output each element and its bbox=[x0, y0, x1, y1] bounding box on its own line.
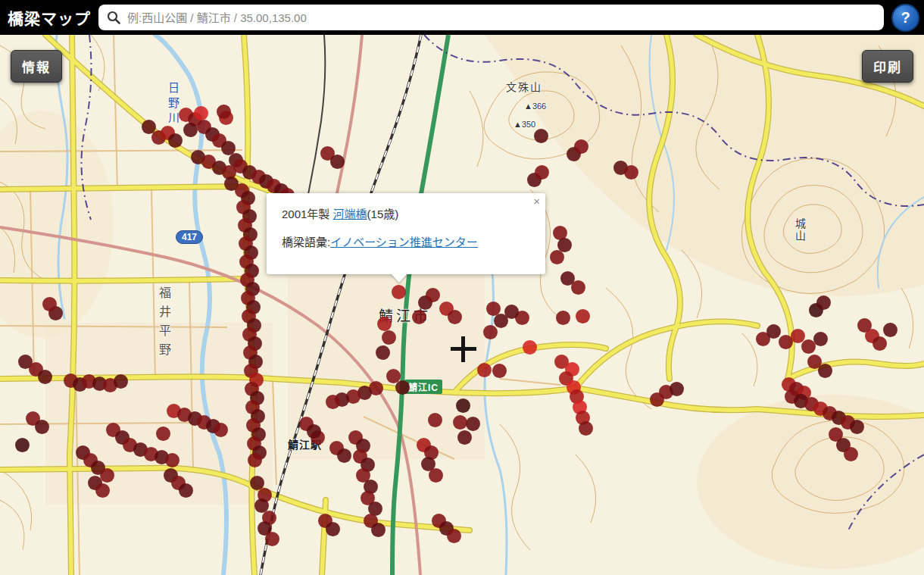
bridge-marker[interactable] bbox=[816, 295, 831, 310]
bridge-marker[interactable] bbox=[872, 336, 887, 351]
bridge-marker[interactable] bbox=[214, 423, 228, 437]
bridge-marker[interactable] bbox=[477, 363, 492, 377]
bridge-marker[interactable] bbox=[382, 330, 396, 345]
bridge-marker[interactable] bbox=[571, 280, 585, 295]
bridge-marker[interactable] bbox=[42, 297, 57, 311]
bridge-marker[interactable] bbox=[248, 453, 262, 467]
bridge-marker[interactable] bbox=[38, 370, 52, 384]
bridge-year-text: 2001年製 bbox=[282, 208, 333, 220]
bridge-marker[interactable] bbox=[412, 310, 426, 324]
bridge-marker[interactable] bbox=[114, 374, 128, 389]
bridge-marker[interactable] bbox=[850, 420, 864, 434]
header: 橋梁マップ ? bbox=[0, 0, 924, 35]
bridge-marker[interactable] bbox=[844, 447, 858, 461]
bridge-marker[interactable] bbox=[534, 129, 548, 143]
bridge-marker[interactable] bbox=[194, 106, 208, 120]
popup-tail bbox=[391, 273, 407, 283]
bridge-age-text: (15歳) bbox=[367, 208, 399, 220]
bridge-marker[interactable] bbox=[447, 529, 461, 543]
vocab-link[interactable]: イノベーション推進センター bbox=[330, 236, 478, 248]
bridge-marker[interactable] bbox=[326, 522, 340, 536]
bridge-marker[interactable] bbox=[377, 317, 392, 331]
bridge-name-link[interactable]: 河端橋 bbox=[333, 208, 367, 220]
map-canvas[interactable]: 日野川文殊山▲366▲350城山福井平野鯖江市鯖江IC鯖江駅417 × 2001… bbox=[0, 35, 924, 575]
bridge-marker[interactable] bbox=[523, 340, 537, 355]
bridge-marker[interactable] bbox=[448, 310, 462, 324]
info-button[interactable]: 情報 bbox=[11, 50, 62, 83]
bridge-marker[interactable] bbox=[395, 380, 410, 395]
bridge-marker[interactable] bbox=[670, 382, 684, 396]
bridge-marker[interactable] bbox=[428, 413, 442, 427]
bridge-marker[interactable] bbox=[576, 309, 590, 323]
bridge-vocab-line: 橋梁語彙:イノベーション推進センター bbox=[282, 235, 530, 250]
bridge-marker[interactable] bbox=[426, 288, 440, 302]
bridge-marker[interactable] bbox=[265, 532, 279, 546]
bridge-marker[interactable] bbox=[650, 392, 664, 407]
bridge-marker[interactable] bbox=[156, 427, 170, 441]
bridge-marker[interactable] bbox=[466, 417, 480, 431]
app-title: 橋梁マップ bbox=[5, 6, 91, 29]
bridge-marker[interactable] bbox=[376, 345, 390, 360]
bridge-marker[interactable] bbox=[624, 165, 638, 180]
bridge-marker[interactable] bbox=[818, 364, 832, 378]
bridge-marker[interactable] bbox=[217, 105, 231, 119]
bridge-marker[interactable] bbox=[766, 324, 781, 339]
bridge-marker[interactable] bbox=[456, 398, 470, 413]
bridge-marker[interactable] bbox=[307, 424, 321, 439]
bridge-marker[interactable] bbox=[183, 123, 198, 137]
bridge-marker[interactable] bbox=[337, 448, 351, 463]
bridge-marker[interactable] bbox=[168, 133, 183, 148]
bridge-marker[interactable] bbox=[813, 332, 828, 346]
bridge-marker[interactable] bbox=[457, 430, 472, 445]
bridge-marker[interactable] bbox=[35, 420, 49, 434]
marker-layer bbox=[0, 35, 924, 575]
bridge-marker[interactable] bbox=[556, 311, 570, 325]
bridge-marker[interactable] bbox=[371, 523, 386, 537]
bridge-marker[interactable] bbox=[100, 468, 114, 483]
help-button[interactable]: ? bbox=[891, 4, 919, 32]
bridge-marker[interactable] bbox=[392, 285, 406, 299]
bridge-marker[interactable] bbox=[483, 325, 498, 339]
bridge-marker[interactable] bbox=[492, 364, 507, 378]
bridge-marker[interactable] bbox=[504, 305, 519, 319]
bridge-marker[interactable] bbox=[574, 139, 588, 154]
bridge-marker[interactable] bbox=[95, 483, 110, 498]
close-icon[interactable]: × bbox=[533, 195, 540, 208]
bridge-marker[interactable] bbox=[550, 250, 564, 264]
search-icon bbox=[106, 10, 121, 25]
bridge-marker[interactable] bbox=[453, 415, 467, 430]
vocab-label: 橋梁語彙: bbox=[282, 236, 330, 248]
bridge-info-line: 2001年製 河端橋(15歳) bbox=[282, 207, 530, 222]
search-box[interactable] bbox=[98, 5, 884, 30]
bridge-marker[interactable] bbox=[330, 155, 345, 169]
bridge-marker[interactable] bbox=[179, 483, 193, 498]
bridge-marker[interactable] bbox=[535, 165, 549, 180]
bridge-map-app: 橋梁マップ ? bbox=[0, 0, 924, 575]
bridge-marker[interactable] bbox=[429, 468, 443, 483]
search-input[interactable] bbox=[127, 11, 876, 24]
bridge-popup: × 2001年製 河端橋(15歳) 橋梁語彙:イノベーション推進センター bbox=[267, 193, 545, 274]
bridge-marker[interactable] bbox=[883, 323, 897, 337]
bridge-marker[interactable] bbox=[15, 438, 30, 452]
print-button[interactable]: 印刷 bbox=[862, 50, 913, 83]
bridge-marker[interactable] bbox=[165, 453, 179, 467]
bridge-marker[interactable] bbox=[579, 421, 593, 436]
bridge-marker[interactable] bbox=[326, 395, 340, 409]
